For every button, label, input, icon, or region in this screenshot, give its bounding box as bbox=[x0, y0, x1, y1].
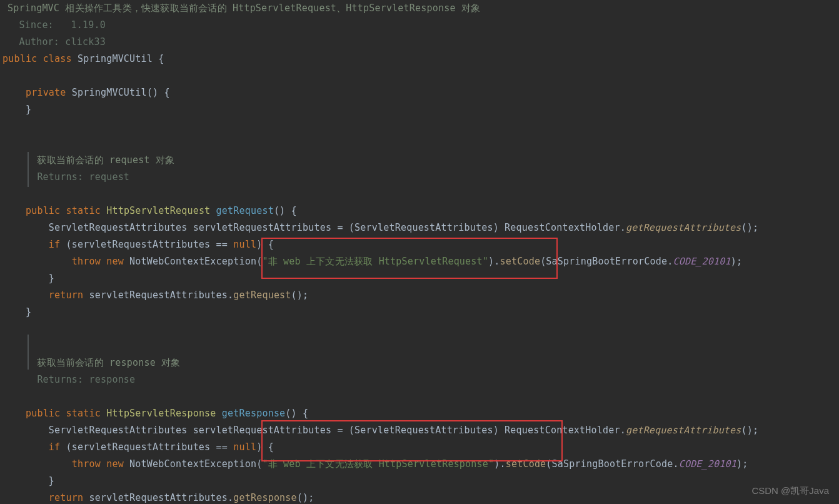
res-attr-stmt: ServletRequestAttributes servletRequestA… bbox=[49, 425, 626, 436]
doc-rail bbox=[28, 335, 29, 370]
setcode-call: setCode bbox=[506, 458, 546, 470]
err-const: CODE_20101 bbox=[679, 458, 736, 470]
req-attr-call: getRequestAttributes bbox=[626, 222, 741, 233]
kw-new: new bbox=[106, 256, 124, 267]
ret-tail: (); bbox=[291, 290, 309, 301]
method-brace: { bbox=[291, 205, 297, 216]
kw-return: return bbox=[49, 290, 83, 301]
kw-null: null bbox=[233, 441, 256, 453]
kw-if: if bbox=[49, 239, 60, 250]
exc-type: NotWebContextException bbox=[129, 458, 256, 470]
kw-new: new bbox=[106, 458, 124, 470]
kw-public: public bbox=[3, 53, 37, 64]
if-close: } bbox=[49, 273, 54, 284]
ctor-name: SpringMVCUtil bbox=[72, 87, 147, 98]
err-const: CODE_20101 bbox=[673, 256, 730, 267]
class-doc-desc: SpringMVC 相关操作工具类，快速获取当前会话的 HttpServletR… bbox=[8, 3, 480, 14]
exc-string-req: "非 web 上下文无法获取 HttpServletRequest" bbox=[262, 256, 488, 267]
req-doc-returns-value: request bbox=[89, 171, 129, 183]
res-doc-returns-label: Returns: bbox=[37, 374, 83, 385]
res-attr-tail: (); bbox=[741, 425, 759, 436]
ret-obj: servletRequestAttributes. bbox=[89, 290, 233, 301]
ctor-close: } bbox=[26, 104, 31, 115]
ret-call: getRequest bbox=[233, 290, 291, 301]
class-doc-author-label: Author: bbox=[19, 36, 59, 48]
res-attr-call: getRequestAttributes bbox=[626, 425, 741, 436]
setcode-close: ); bbox=[736, 458, 748, 470]
method-parens: () bbox=[274, 205, 285, 216]
if-close: } bbox=[49, 475, 54, 486]
class-doc-since-value: 1.19.0 bbox=[71, 19, 106, 31]
if-cond-open: (servletRequestAttributes == bbox=[66, 239, 234, 250]
ctor-parens: () bbox=[147, 87, 158, 98]
if-cond-close: ) { bbox=[256, 239, 274, 250]
setcode-call: setCode bbox=[500, 256, 541, 267]
ret-type: HttpServletResponse bbox=[106, 408, 216, 419]
ret-type: HttpServletRequest bbox=[106, 205, 210, 216]
kw-static: static bbox=[66, 205, 101, 216]
res-doc-desc: 获取当前会话的 response 对象 bbox=[37, 357, 180, 368]
setcode-close: ); bbox=[731, 256, 742, 267]
ret-tail: (); bbox=[297, 492, 314, 503]
kw-return: return bbox=[49, 492, 83, 503]
req-attr-stmt: ServletRequestAttributes servletRequestA… bbox=[49, 222, 626, 233]
req-doc-desc: 获取当前会话的 request 对象 bbox=[37, 154, 174, 166]
req-attr-tail: (); bbox=[741, 222, 759, 233]
method-brace: { bbox=[303, 408, 308, 419]
kw-if: if bbox=[49, 441, 60, 453]
exc-close: ). bbox=[494, 458, 505, 470]
exc-string-res: "非 web 上下文无法获取 HttpServletResponse" bbox=[262, 458, 494, 470]
res-doc-returns-value: response bbox=[89, 374, 135, 385]
exc-close: ). bbox=[488, 256, 500, 267]
setcode-open: (SaSpringBootErrorCode. bbox=[546, 458, 678, 470]
ret-obj: servletRequestAttributes. bbox=[89, 492, 233, 503]
method-name-getresponse: getResponse bbox=[222, 408, 286, 419]
ret-call: getResponse bbox=[233, 492, 297, 503]
if-cond-close: ) { bbox=[256, 441, 274, 453]
kw-class: class bbox=[43, 53, 72, 64]
if-cond-open: (servletRequestAttributes == bbox=[66, 441, 234, 453]
kw-public: public bbox=[26, 408, 60, 419]
kw-throw: throw bbox=[72, 458, 101, 470]
method-name-getrequest: getRequest bbox=[216, 205, 274, 216]
kw-static: static bbox=[66, 408, 101, 419]
setcode-open: (SaSpringBootErrorCode. bbox=[540, 256, 673, 267]
method-parens: () bbox=[285, 408, 296, 419]
kw-public: public bbox=[26, 205, 60, 216]
exc-type: NotWebContextException bbox=[129, 256, 256, 267]
ctor-brace: { bbox=[164, 87, 170, 98]
kw-null: null bbox=[233, 239, 256, 250]
class-doc-author-value: click33 bbox=[65, 36, 106, 48]
doc-rail bbox=[28, 152, 29, 187]
req-doc-returns-label: Returns: bbox=[37, 171, 83, 183]
class-doc-since-label: Since: bbox=[19, 19, 53, 31]
class-name: SpringMVCUtil bbox=[78, 53, 153, 64]
kw-private: private bbox=[26, 87, 66, 98]
brace-open: { bbox=[158, 53, 164, 64]
kw-throw: throw bbox=[72, 256, 101, 267]
code-editor[interactable]: SpringMVC 相关操作工具类，快速获取当前会话的 HttpServletR… bbox=[0, 0, 839, 504]
method-close: } bbox=[26, 306, 31, 318]
